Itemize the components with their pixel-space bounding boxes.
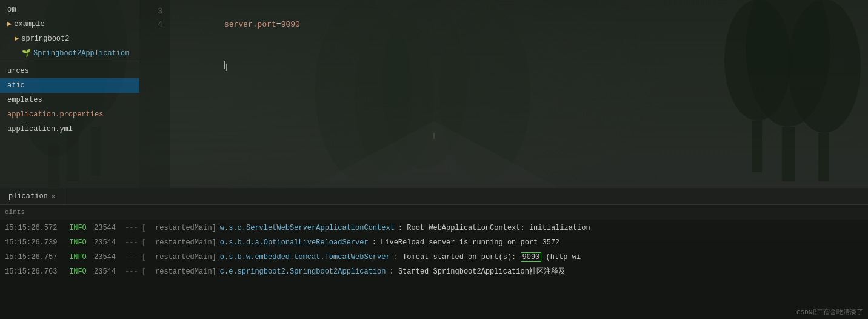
log-bracket-2: [ [142,235,146,250]
sidebar-label-properties: application.properties [7,110,103,119]
log-level-4: INFO [69,264,90,279]
log-message-1: : Root WebApplicationContext: initializa… [398,221,863,235]
log-level-1: INFO [69,221,90,235]
file-sidebar: om ▶example ▶springboot2 🌱Springboot2App… [0,0,139,188]
spring-icon: 🌱 [22,49,31,58]
log-line-3: 15:15:26.757 INFO 23544 --- [ restartedM… [0,250,868,264]
log-message-4: : Started Springboot2Application社区注释及 [389,264,863,279]
watermark-text: CSDN@二宿舍吃清淡了 [796,309,863,316]
log-thread-4: restartedMain] [150,264,216,279]
sidebar-item-urces[interactable]: urces [0,64,139,78]
sidebar-item-om[interactable]: om [0,2,139,17]
log-message-3: : Tomcat started on port(s): 9090 (http … [394,250,863,264]
sidebar-item-yml[interactable]: application.yml [0,122,139,136]
console-output: 15:15:26.572 INFO 23544 --- [ restartedM… [0,220,868,319]
sidebar-label-springboot2: springboot2 [21,35,69,43]
editor-section: om ▶example ▶springboot2 🌱Springboot2App… [0,0,868,188]
sidebar-label-om: om [7,5,16,14]
line-number-3: 3 [139,5,170,18]
sidebar-item-example[interactable]: ▶example [0,17,139,32]
log-pid-3: 23544 [94,250,121,264]
sidebar-label-example: example [14,20,44,29]
close-icon[interactable]: ✕ [52,193,55,200]
log-pid-1: 23544 [94,221,121,235]
log-level-2: INFO [69,235,90,250]
code-content[interactable]: server.port=9090 | [170,0,868,188]
log-sep-2: --- [125,235,138,250]
code-line-3: server.port=9090 [177,5,861,45]
log-thread-2: restartedMain] [150,235,216,250]
bottom-panel: plication ✕ oints 15:15:26.572 INFO 2354… [0,188,868,319]
log-thread-3: restartedMain] [150,250,216,264]
log-time-4: 15:15:26.763 [5,264,65,279]
line-numbers: 3 4 [139,0,170,188]
folder-icon: ▶ [7,20,12,29]
log-time-1: 15:15:26.572 [5,221,65,235]
started-text: Started [398,267,429,276]
log-sep-4: --- [125,264,138,279]
log-time-3: 15:15:26.757 [5,250,65,264]
log-line-4: 15:15:26.763 INFO 23544 --- [ restartedM… [0,264,868,279]
sidebar-label-atic: atic [7,81,25,90]
panel-toolbar: oints [0,205,868,220]
log-class-3: o.s.b.w.embedded.tomcat.TomcatWebServer [220,250,390,264]
main-container: om ▶example ▶springboot2 🌱Springboot2App… [0,0,868,319]
sidebar-item-springboot2[interactable]: ▶springboot2 [0,32,139,46]
port-highlight: 9090 [521,252,542,262]
log-bracket-4: [ [142,264,146,279]
sidebar-label-templates: emplates [7,96,42,104]
line-number-4: 4 [139,18,170,32]
log-line-2: 15:15:26.739 INFO 23544 --- [ restartedM… [0,235,868,250]
log-level-3: INFO [69,250,90,264]
log-bracket-3: [ [142,250,146,264]
log-sep-3: --- [125,250,138,264]
code-key: server.port [224,20,276,29]
code-line-4: | [177,45,861,85]
code-operator: = [276,20,281,29]
folder-icon-springboot2: ▶ [15,35,19,43]
log-class-2: o.s.b.d.a.OptionalLiveReloadServer [220,235,369,250]
log-line-1: 15:15:26.572 INFO 23544 --- [ restartedM… [0,221,868,235]
sidebar-label-application: Springboot2Application [33,49,129,58]
sidebar-label-urces: urces [7,67,29,75]
code-value: 9090 [281,20,300,29]
cursor: | [224,61,225,69]
log-class-4: c.e.springboot2.Springboot2Application [220,264,386,279]
log-class-1: w.s.c.ServletWebServerApplicationContext [220,221,395,235]
panel-tabs: plication ✕ [0,188,868,205]
toolbar-label: oints [5,209,25,216]
panel-tab-application[interactable]: plication ✕ [0,188,64,205]
sidebar-item-application[interactable]: 🌱Springboot2Application [0,46,139,61]
log-thread-1: restartedMain] [150,221,216,235]
log-bracket-1: [ [142,221,146,235]
panel-tab-label: plication [8,192,48,201]
log-pid-4: 23544 [94,264,121,279]
log-sep-1: --- [125,221,138,235]
sidebar-item-properties[interactable]: application.properties [0,107,139,122]
log-message-2: : LiveReload server is running on port 3… [372,235,863,250]
code-editor: 3 4 server.port=9090 | [139,0,868,188]
sidebar-item-templates[interactable]: emplates [0,93,139,107]
sidebar-item-atic[interactable]: atic [0,78,139,93]
sidebar-divider [0,62,139,62]
log-time-2: 15:15:26.739 [5,235,65,250]
log-pid-2: 23544 [94,235,121,250]
sidebar-label-yml: application.yml [7,125,73,133]
watermark: CSDN@二宿舍吃清淡了 [796,307,863,317]
